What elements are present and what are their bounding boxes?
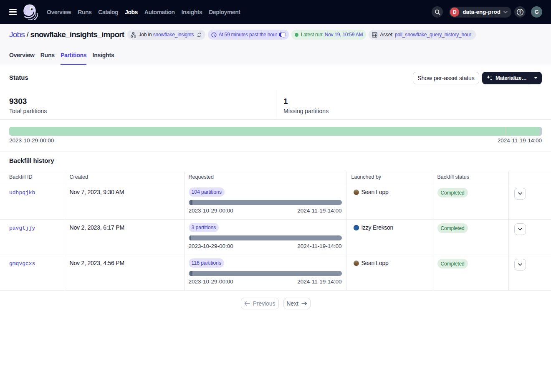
- svg-text:?: ?: [518, 10, 521, 14]
